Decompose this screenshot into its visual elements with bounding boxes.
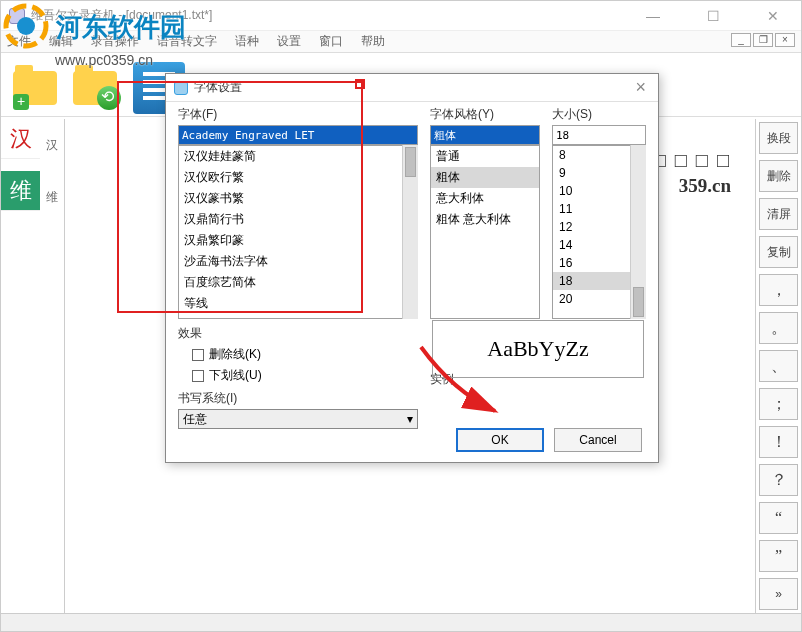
dialog-icon bbox=[174, 81, 188, 95]
open-file-button[interactable] bbox=[69, 62, 121, 114]
menu-help[interactable]: 帮助 bbox=[361, 33, 385, 50]
strikeout-label: 删除线(K) bbox=[209, 346, 261, 363]
lang-han-big[interactable]: 汉 bbox=[1, 119, 40, 159]
copy-button[interactable]: 复制 bbox=[759, 236, 798, 268]
close-button[interactable]: ✕ bbox=[753, 8, 793, 24]
minimize-button[interactable]: — bbox=[633, 8, 673, 24]
newpara-button[interactable]: 换段 bbox=[759, 122, 798, 154]
writesys-select[interactable]: 任意 ▾ bbox=[178, 409, 418, 429]
lang-wei-big[interactable]: 维 bbox=[1, 171, 40, 211]
app-icon bbox=[9, 8, 25, 24]
font-listbox[interactable]: 汉仪娃娃篆简 汉仪欧行繁 汉仪篆书繁 汉鼎简行书 汉鼎繁印篆 沙孟海书法字体 百… bbox=[178, 145, 418, 319]
clear-button[interactable]: 清屏 bbox=[759, 198, 798, 230]
menu-stt[interactable]: 语音转文字 bbox=[157, 33, 217, 50]
style-item-1[interactable]: 粗体 bbox=[431, 167, 539, 188]
menu-file[interactable]: 文件 bbox=[7, 33, 31, 50]
left-language-column: 汉 汉 维 维 bbox=[1, 119, 65, 613]
underline-checkbox[interactable] bbox=[192, 370, 204, 382]
new-file-button[interactable]: + bbox=[9, 62, 61, 114]
writesys-label: 书写系统(I) bbox=[178, 390, 418, 407]
cancel-button[interactable]: Cancel bbox=[554, 428, 642, 452]
font-item-3[interactable]: 汉鼎简行书 bbox=[179, 209, 417, 230]
mdi-minimize[interactable]: _ bbox=[731, 33, 751, 47]
font-item-1[interactable]: 汉仪欧行繁 bbox=[179, 167, 417, 188]
style-item-0[interactable]: 普通 bbox=[431, 146, 539, 167]
titlebar: 维吾尔文录音机 - [document1.txt*] — ☐ ✕ bbox=[1, 1, 801, 31]
mdi-window-controls: _ ❐ × bbox=[731, 33, 795, 47]
size-scrollbar[interactable] bbox=[630, 145, 646, 319]
dialog-close-button[interactable]: × bbox=[631, 77, 650, 98]
style-listbox[interactable]: 普通 粗体 意大利体 粗体 意大利体 bbox=[430, 145, 540, 319]
font-selected-input[interactable] bbox=[178, 125, 418, 145]
font-item-5[interactable]: 沙孟海书法字体 bbox=[179, 251, 417, 272]
punct-period[interactable]: 。 bbox=[759, 312, 798, 344]
font-item-8[interactable]: 等线 Light bbox=[179, 314, 417, 319]
dialog-title: 字体设置 bbox=[194, 79, 242, 96]
sample-preview: AaBbYyZz bbox=[432, 320, 644, 378]
font-item-7[interactable]: 等线 bbox=[179, 293, 417, 314]
punct-quote-close[interactable]: ” bbox=[759, 540, 798, 572]
menu-settings[interactable]: 设置 bbox=[277, 33, 301, 50]
menu-record[interactable]: 录音操作 bbox=[91, 33, 139, 50]
font-scrollbar[interactable] bbox=[402, 145, 418, 319]
punct-semicolon[interactable]: ； bbox=[759, 388, 798, 420]
font-item-0[interactable]: 汉仪娃娃篆简 bbox=[179, 146, 417, 167]
maximize-button[interactable]: ☐ bbox=[693, 8, 733, 24]
canvas-placeholder-url: 359.cn bbox=[679, 175, 731, 197]
font-label: 字体(F) bbox=[178, 106, 418, 123]
style-selected-input[interactable] bbox=[430, 125, 540, 145]
strikeout-checkbox[interactable] bbox=[192, 349, 204, 361]
mdi-restore[interactable]: ❐ bbox=[753, 33, 773, 47]
menu-window[interactable]: 窗口 bbox=[319, 33, 343, 50]
underline-label: 下划线(U) bbox=[209, 367, 262, 384]
menu-edit[interactable]: 编辑 bbox=[49, 33, 73, 50]
punct-comma[interactable]: ， bbox=[759, 274, 798, 306]
dialog-titlebar: 字体设置 × bbox=[166, 74, 658, 102]
right-tool-column: 换段 删除 清屏 复制 ， 。 、 ； ！ ？ “ ” » bbox=[755, 119, 801, 613]
ok-button[interactable]: OK bbox=[456, 428, 544, 452]
window-controls: — ☐ ✕ bbox=[633, 8, 793, 24]
punct-quote-open[interactable]: “ bbox=[759, 502, 798, 534]
font-item-4[interactable]: 汉鼎繁印篆 bbox=[179, 230, 417, 251]
menubar: 文件 编辑 录音操作 语音转文字 语种 设置 窗口 帮助 _ ❐ × bbox=[1, 31, 801, 53]
style-item-2[interactable]: 意大利体 bbox=[431, 188, 539, 209]
delete-button[interactable]: 删除 bbox=[759, 160, 798, 192]
style-label: 字体风格(Y) bbox=[430, 106, 540, 123]
style-item-3[interactable]: 粗体 意大利体 bbox=[431, 209, 539, 230]
more-button[interactable]: » bbox=[759, 578, 798, 610]
size-label: 大小(S) bbox=[552, 106, 646, 123]
font-item-6[interactable]: 百度综艺简体 bbox=[179, 272, 417, 293]
mdi-close[interactable]: × bbox=[775, 33, 795, 47]
size-selected-input[interactable] bbox=[552, 125, 646, 145]
font-item-2[interactable]: 汉仪篆书繁 bbox=[179, 188, 417, 209]
menu-language[interactable]: 语种 bbox=[235, 33, 259, 50]
punct-question[interactable]: ？ bbox=[759, 464, 798, 496]
punct-exclaim[interactable]: ！ bbox=[759, 426, 798, 458]
statusbar bbox=[1, 613, 801, 631]
sample-text: AaBbYyZz bbox=[487, 336, 588, 362]
lang-wei-small: 维 bbox=[40, 171, 64, 223]
chevron-down-icon: ▾ bbox=[407, 412, 413, 426]
punct-enum[interactable]: 、 bbox=[759, 350, 798, 382]
lang-han-small: 汉 bbox=[40, 119, 64, 171]
writesys-value: 任意 bbox=[183, 411, 207, 428]
font-settings-dialog: 字体设置 × 字体(F) 汉仪娃娃篆简 汉仪欧行繁 汉仪篆书繁 汉鼎简行书 汉鼎… bbox=[165, 73, 659, 463]
effects-label: 效果 bbox=[178, 325, 418, 342]
window-title: 维吾尔文录音机 - [document1.txt*] bbox=[31, 7, 212, 24]
